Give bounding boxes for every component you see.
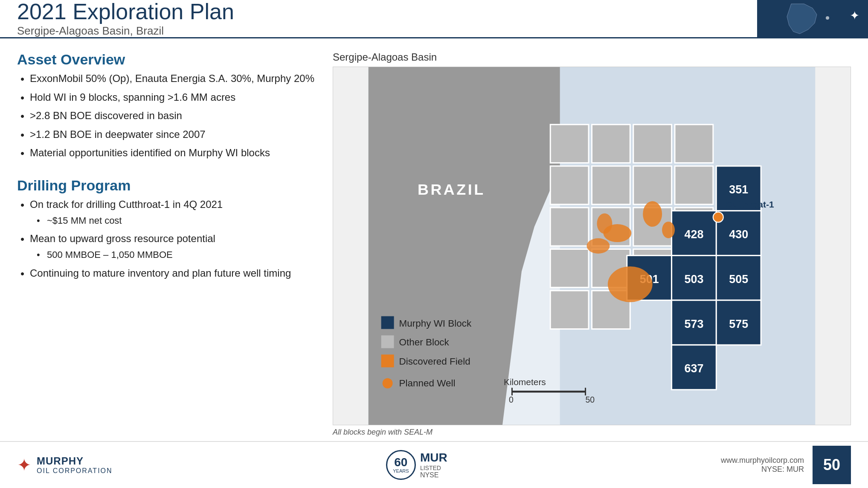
- scale-label: Kilometers: [504, 377, 546, 387]
- legend-other-box: [381, 336, 394, 348]
- list-item: >1.2 BN BOE in deepwater since 2007: [17, 127, 316, 142]
- list-item: On track for drilling Cutthroat-1 in 4Q …: [17, 197, 316, 227]
- drilling-title: Drilling Program: [17, 177, 316, 194]
- svg-rect-7: [550, 166, 589, 205]
- list-item: ~$15 MM net cost: [30, 214, 316, 228]
- header-text: 2021 Exploration Plan Sergipe-Alagoas Ba…: [0, 0, 757, 37]
- anniversary-badge: 60 YEARS MUR LISTED NYSE: [386, 450, 447, 480]
- website-block: www.murphyoilcorp.com NYSE: MUR: [721, 456, 804, 474]
- svg-rect-8: [592, 166, 630, 205]
- svg-rect-11: [550, 207, 589, 246]
- list-item: Mean to upward gross resource potential …: [17, 231, 316, 261]
- header: 2021 Exploration Plan Sergipe-Alagoas Ba…: [0, 0, 868, 38]
- website-url: www.murphyoilcorp.com: [721, 456, 804, 465]
- south-america-mini-map-icon: [766, 2, 859, 36]
- footer-right: www.murphyoilcorp.com NYSE: MUR 50: [721, 446, 851, 484]
- anniversary-circle: 60 YEARS: [386, 450, 416, 480]
- legend-murphy-label: Murphy WI Block: [399, 318, 472, 329]
- svg-point-0: [826, 16, 829, 20]
- block-575-label: 575: [729, 318, 748, 330]
- block-428-label: 428: [684, 228, 703, 241]
- map-title: Sergipe-Alagoas Basin: [333, 51, 851, 63]
- header-map-thumbnail: ✦: [757, 0, 868, 37]
- footer-center: 60 YEARS MUR LISTED NYSE: [113, 450, 721, 480]
- svg-rect-4: [592, 125, 630, 163]
- page-title: 2021 Exploration Plan: [17, 0, 740, 24]
- legend-discovered-box: [381, 354, 394, 367]
- legend-planned-label: Planned Well: [399, 378, 456, 389]
- asset-overview-section: Asset Overview ExxonMobil 50% (Op), Enau…: [17, 51, 316, 164]
- list-item: Material opportunities identified on Mur…: [17, 146, 316, 160]
- block-573-label: 573: [684, 318, 703, 330]
- anniversary-number: 60: [394, 456, 407, 468]
- asset-overview-title: Asset Overview: [17, 51, 316, 68]
- discovered-field-small-1: [643, 201, 662, 227]
- block-430-label: 430: [729, 228, 748, 241]
- asset-bullet-list: ExxonMobil 50% (Op), Enauta Energia S.A.…: [17, 71, 316, 160]
- svg-rect-15: [550, 249, 589, 287]
- list-item: ExxonMobil 50% (Op), Enauta Energia S.A.…: [17, 71, 316, 86]
- brazil-text-label: BRAZIL: [418, 181, 485, 198]
- page-subtitle: Sergipe-Alagoas Basin, Brazil: [17, 24, 740, 38]
- scale-zero: 0: [509, 395, 514, 404]
- map-footnote: All blocks begin with SEAL-M: [333, 428, 851, 437]
- list-item: 500 MMBOE – 1,050 MMBOE: [30, 248, 316, 262]
- basin-map: 351 428 430 Cutthroat-1 501 503 505: [333, 67, 851, 425]
- page-number: 50: [813, 446, 851, 484]
- svg-rect-3: [550, 125, 589, 163]
- company-sub: OIL CORPORATION: [37, 467, 113, 475]
- legend-discovered-label: Discovered Field: [399, 356, 470, 367]
- list-item: Hold WI in 9 blocks, spanning >1.6 MM ac…: [17, 90, 316, 105]
- star-icon: ✦: [850, 9, 859, 23]
- svg-rect-6: [675, 125, 713, 163]
- block-637-label: 637: [684, 362, 703, 375]
- svg-rect-19: [550, 291, 589, 329]
- svg-rect-5: [633, 125, 672, 163]
- drilling-bullet-list: On track for drilling Cutthroat-1 in 4Q …: [17, 197, 316, 280]
- cutthroat-label: Cutthroat-1: [726, 199, 774, 209]
- company-name-block: MURPHY OIL CORPORATION: [37, 455, 113, 475]
- listed-label: LISTED: [420, 465, 447, 471]
- legend-planned-dot: [383, 378, 393, 389]
- discovered-field-small-4: [597, 213, 612, 234]
- stock-symbol: NYSE: MUR: [721, 465, 804, 474]
- company-logo: ✦ MURPHY OIL CORPORATION: [17, 455, 113, 475]
- ticker-symbol: MUR: [420, 451, 447, 465]
- block-505-label: 505: [729, 273, 748, 286]
- legend-other-label: Other Block: [399, 337, 450, 348]
- ticker-block: MUR LISTED NYSE: [420, 451, 447, 479]
- exchange-label: NYSE: [420, 471, 447, 479]
- cutthroat-well-marker: [713, 212, 723, 222]
- footer: ✦ MURPHY OIL CORPORATION 60 YEARS MUR LI…: [0, 441, 868, 488]
- anniversary-years: YEARS: [393, 468, 409, 473]
- block-503-label: 503: [684, 273, 703, 286]
- legend-murphy-box: [381, 316, 394, 329]
- right-panel: Sergipe-Alagoas Basin: [333, 51, 851, 437]
- list-item: Continuing to mature inventory and plan …: [17, 266, 316, 281]
- left-panel: Asset Overview ExxonMobil 50% (Op), Enau…: [17, 51, 316, 437]
- main-content: Asset Overview ExxonMobil 50% (Op), Enau…: [0, 38, 868, 441]
- list-item: >2.8 BN BOE discovered in basin: [17, 108, 316, 123]
- sub-list: 500 MMBOE – 1,050 MMBOE: [30, 248, 316, 262]
- discovered-field-small-3: [587, 238, 610, 254]
- sub-list: ~$15 MM net cost: [30, 214, 316, 228]
- discovered-field-small-5: [662, 222, 675, 238]
- discovered-field-large: [608, 266, 653, 302]
- svg-rect-9: [633, 166, 672, 205]
- scale-fifty: 50: [586, 395, 595, 404]
- svg-rect-10: [675, 166, 713, 205]
- company-name: MURPHY: [37, 455, 113, 467]
- map-container: 351 428 430 Cutthroat-1 501 503 505: [333, 67, 851, 425]
- drilling-program-section: Drilling Program On track for drilling C…: [17, 177, 316, 284]
- block-351-label: 351: [729, 183, 748, 196]
- murphy-star-icon: ✦: [17, 455, 32, 475]
